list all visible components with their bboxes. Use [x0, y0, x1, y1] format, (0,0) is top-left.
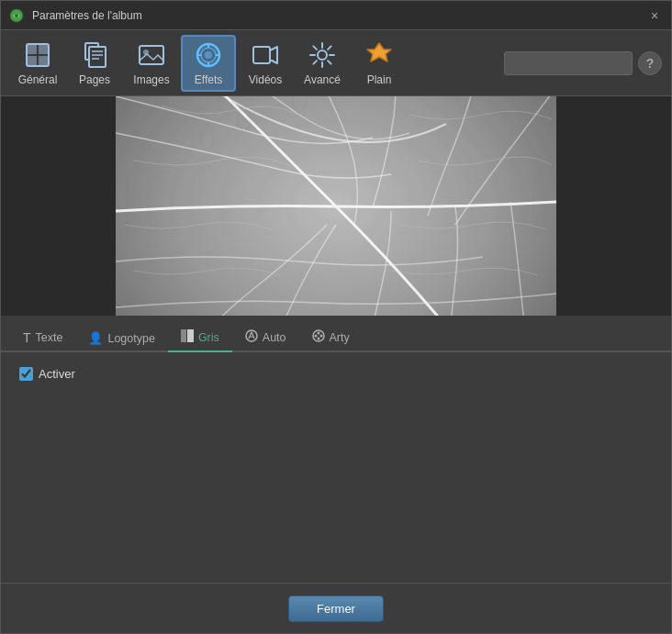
app-icon	[8, 7, 25, 24]
tab-avance[interactable]: Avancé	[295, 35, 350, 92]
activer-row: Activer	[19, 367, 653, 381]
window: Paramètres de l'album × Général	[0, 0, 672, 634]
close-button[interactable]: ×	[645, 6, 664, 25]
logotype-icon: 👤	[88, 331, 103, 345]
svg-rect-12	[140, 46, 163, 64]
content-area: Activer	[1, 352, 671, 583]
auto-label: Auto	[263, 331, 286, 344]
gris-label: Gris	[198, 331, 219, 344]
help-button[interactable]: ?	[638, 51, 662, 75]
bottom-bar: Fermer	[1, 583, 671, 633]
activer-label[interactable]: Activer	[39, 367, 75, 381]
svg-point-1	[15, 14, 18, 17]
effets-label: Effets	[195, 73, 222, 86]
texte-label: Texte	[36, 331, 63, 344]
tab-strip: T Texte 👤 Logotype Gris Auto	[1, 316, 671, 352]
tab-pages[interactable]: Pages	[67, 35, 122, 92]
arty-label: Arty	[330, 331, 350, 344]
auto-icon	[245, 329, 258, 345]
svg-point-32	[317, 332, 319, 335]
avance-icon	[308, 40, 337, 70]
svg-point-33	[317, 338, 319, 340]
pages-icon	[80, 40, 109, 70]
svg-rect-8	[89, 47, 106, 67]
texte-icon: T	[23, 330, 31, 345]
preview-area	[1, 96, 671, 316]
videos-icon	[251, 40, 280, 70]
effets-icon	[194, 40, 223, 70]
avance-label: Avancé	[304, 73, 341, 86]
svg-rect-6	[39, 56, 49, 66]
svg-rect-3	[27, 44, 37, 54]
fermer-button[interactable]: Fermer	[288, 595, 384, 622]
tab-gris[interactable]: Gris	[168, 324, 232, 352]
tab-images[interactable]: Images	[124, 35, 179, 92]
toolbar-search: ?	[504, 51, 662, 75]
general-label: Général	[18, 73, 58, 86]
svg-point-16	[205, 51, 212, 59]
svg-point-30	[314, 335, 317, 338]
svg-point-22	[318, 50, 327, 60]
search-input[interactable]	[504, 51, 633, 75]
svg-rect-21	[253, 47, 270, 63]
images-icon	[137, 40, 166, 70]
svg-rect-27	[187, 329, 194, 342]
svg-point-31	[319, 335, 322, 338]
title-bar: Paramètres de l'album ×	[1, 1, 671, 30]
svg-marker-23	[367, 43, 391, 61]
svg-rect-4	[39, 44, 49, 54]
svg-rect-5	[27, 56, 37, 66]
tab-logotype[interactable]: 👤 Logotype	[75, 326, 167, 352]
tab-texte[interactable]: T Texte	[10, 325, 75, 352]
tab-auto[interactable]: Auto	[232, 324, 299, 352]
videos-label: Vidéos	[249, 73, 282, 86]
plain-icon	[364, 40, 394, 70]
plain-label: Plain	[367, 73, 392, 86]
pages-label: Pages	[79, 73, 110, 86]
tab-arty[interactable]: Arty	[299, 324, 363, 352]
logotype-label: Logotype	[107, 332, 154, 345]
svg-rect-26	[181, 329, 186, 342]
images-label: Images	[133, 73, 169, 86]
tab-effets[interactable]: Effets	[181, 35, 236, 92]
activer-checkbox[interactable]	[19, 367, 33, 381]
tab-general[interactable]: Général	[10, 35, 65, 92]
toolbar: Général Pages	[1, 30, 671, 96]
arty-icon	[312, 329, 325, 345]
gris-icon	[181, 329, 194, 345]
window-title: Paramètres de l'album	[32, 9, 645, 22]
general-icon	[23, 40, 52, 70]
tab-videos[interactable]: Vidéos	[238, 35, 293, 92]
preview-image	[116, 96, 556, 316]
tab-plain[interactable]: Plain	[352, 35, 407, 92]
